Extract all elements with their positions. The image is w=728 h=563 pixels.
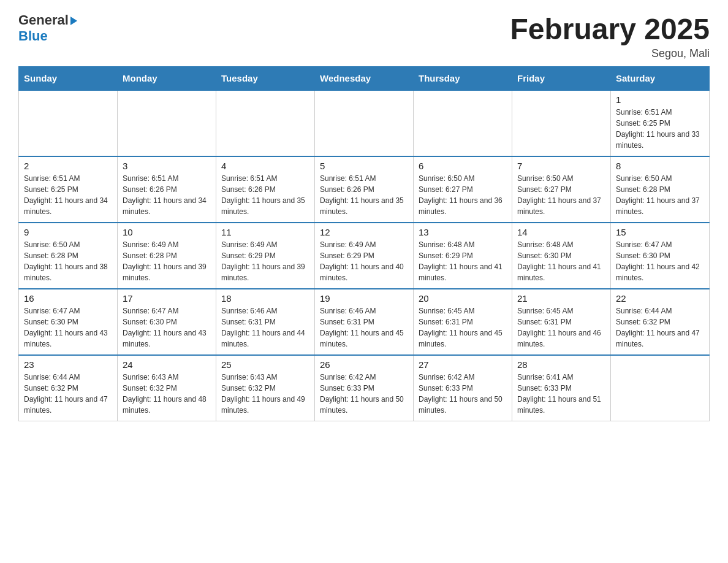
day-number: 12 <box>320 227 408 237</box>
calendar-cell <box>118 90 216 156</box>
day-info: Sunrise: 6:47 AM Sunset: 6:30 PM Dayligh… <box>123 305 211 350</box>
day-info: Sunrise: 6:44 AM Sunset: 6:32 PM Dayligh… <box>24 372 112 416</box>
calendar-cell: 15Sunrise: 6:47 AM Sunset: 6:30 PM Dayli… <box>611 223 710 289</box>
day-info: Sunrise: 6:46 AM Sunset: 6:31 PM Dayligh… <box>221 305 309 350</box>
day-info: Sunrise: 6:45 AM Sunset: 6:31 PM Dayligh… <box>419 305 507 350</box>
day-number: 2 <box>24 161 112 171</box>
day-info: Sunrise: 6:50 AM Sunset: 6:28 PM Dayligh… <box>616 173 704 217</box>
title-block: February 2025 Segou, Mali <box>510 12 710 60</box>
calendar-cell: 25Sunrise: 6:43 AM Sunset: 6:32 PM Dayli… <box>216 355 315 421</box>
calendar-cell: 26Sunrise: 6:42 AM Sunset: 6:33 PM Dayli… <box>315 355 414 421</box>
day-info: Sunrise: 6:51 AM Sunset: 6:25 PM Dayligh… <box>616 107 704 151</box>
calendar-cell <box>315 90 414 156</box>
logo-arrow-icon <box>70 17 77 25</box>
calendar-cell: 4Sunrise: 6:51 AM Sunset: 6:26 PM Daylig… <box>216 156 315 223</box>
calendar-cell: 22Sunrise: 6:44 AM Sunset: 6:32 PM Dayli… <box>611 289 710 355</box>
weekday-header-friday: Friday <box>512 67 611 91</box>
day-info: Sunrise: 6:43 AM Sunset: 6:32 PM Dayligh… <box>221 372 309 416</box>
calendar-cell: 27Sunrise: 6:42 AM Sunset: 6:33 PM Dayli… <box>414 355 512 421</box>
calendar-cell: 6Sunrise: 6:50 AM Sunset: 6:27 PM Daylig… <box>414 156 512 223</box>
day-number: 4 <box>221 161 309 171</box>
page-header: General Blue February 2025 Segou, Mali <box>18 12 710 60</box>
calendar-week-1: 1Sunrise: 6:51 AM Sunset: 6:25 PM Daylig… <box>19 90 710 156</box>
day-number: 13 <box>419 227 507 237</box>
day-number: 16 <box>24 293 112 304</box>
day-number: 20 <box>419 293 507 304</box>
day-info: Sunrise: 6:49 AM Sunset: 6:28 PM Dayligh… <box>123 239 211 283</box>
logo-general-text: General <box>18 12 69 28</box>
calendar-cell: 10Sunrise: 6:49 AM Sunset: 6:28 PM Dayli… <box>118 223 216 289</box>
calendar-week-3: 9Sunrise: 6:50 AM Sunset: 6:28 PM Daylig… <box>19 223 710 289</box>
day-number: 25 <box>221 359 309 370</box>
day-number: 18 <box>221 293 309 304</box>
calendar-cell <box>512 90 611 156</box>
calendar-cell <box>414 90 512 156</box>
calendar-week-4: 16Sunrise: 6:47 AM Sunset: 6:30 PM Dayli… <box>19 289 710 355</box>
calendar-week-5: 23Sunrise: 6:44 AM Sunset: 6:32 PM Dayli… <box>19 355 710 421</box>
day-number: 17 <box>123 293 211 304</box>
calendar-week-2: 2Sunrise: 6:51 AM Sunset: 6:25 PM Daylig… <box>19 156 710 223</box>
calendar-cell: 12Sunrise: 6:49 AM Sunset: 6:29 PM Dayli… <box>315 223 414 289</box>
calendar-cell: 1Sunrise: 6:51 AM Sunset: 6:25 PM Daylig… <box>611 90 710 156</box>
day-number: 21 <box>517 293 605 304</box>
day-number: 15 <box>616 227 704 237</box>
day-info: Sunrise: 6:46 AM Sunset: 6:31 PM Dayligh… <box>320 305 408 350</box>
weekday-header-monday: Monday <box>118 67 216 91</box>
day-number: 11 <box>221 227 309 237</box>
calendar-cell: 24Sunrise: 6:43 AM Sunset: 6:32 PM Dayli… <box>118 355 216 421</box>
calendar-cell: 14Sunrise: 6:48 AM Sunset: 6:30 PM Dayli… <box>512 223 611 289</box>
day-number: 22 <box>616 293 704 304</box>
calendar-cell: 21Sunrise: 6:45 AM Sunset: 6:31 PM Dayli… <box>512 289 611 355</box>
calendar-cell: 17Sunrise: 6:47 AM Sunset: 6:30 PM Dayli… <box>118 289 216 355</box>
day-info: Sunrise: 6:51 AM Sunset: 6:25 PM Dayligh… <box>24 173 112 217</box>
day-number: 27 <box>419 359 507 370</box>
day-info: Sunrise: 6:50 AM Sunset: 6:27 PM Dayligh… <box>517 173 605 217</box>
day-info: Sunrise: 6:48 AM Sunset: 6:30 PM Dayligh… <box>517 239 605 283</box>
calendar-cell: 8Sunrise: 6:50 AM Sunset: 6:28 PM Daylig… <box>611 156 710 223</box>
day-number: 5 <box>320 161 408 171</box>
day-info: Sunrise: 6:43 AM Sunset: 6:32 PM Dayligh… <box>123 372 211 416</box>
day-info: Sunrise: 6:44 AM Sunset: 6:32 PM Dayligh… <box>616 305 704 350</box>
location: Segou, Mali <box>510 47 710 60</box>
weekday-header-tuesday: Tuesday <box>216 67 315 91</box>
calendar-cell: 11Sunrise: 6:49 AM Sunset: 6:29 PM Dayli… <box>216 223 315 289</box>
calendar-cell <box>19 90 118 156</box>
calendar-cell: 18Sunrise: 6:46 AM Sunset: 6:31 PM Dayli… <box>216 289 315 355</box>
calendar-cell: 3Sunrise: 6:51 AM Sunset: 6:26 PM Daylig… <box>118 156 216 223</box>
calendar-cell: 20Sunrise: 6:45 AM Sunset: 6:31 PM Dayli… <box>414 289 512 355</box>
calendar-cell: 9Sunrise: 6:50 AM Sunset: 6:28 PM Daylig… <box>19 223 118 289</box>
calendar-cell: 2Sunrise: 6:51 AM Sunset: 6:25 PM Daylig… <box>19 156 118 223</box>
day-number: 19 <box>320 293 408 304</box>
calendar-cell <box>611 355 710 421</box>
calendar-cell: 13Sunrise: 6:48 AM Sunset: 6:29 PM Dayli… <box>414 223 512 289</box>
day-info: Sunrise: 6:47 AM Sunset: 6:30 PM Dayligh… <box>616 239 704 283</box>
day-number: 23 <box>24 359 112 370</box>
calendar-cell: 19Sunrise: 6:46 AM Sunset: 6:31 PM Dayli… <box>315 289 414 355</box>
day-info: Sunrise: 6:42 AM Sunset: 6:33 PM Dayligh… <box>419 372 507 416</box>
month-title: February 2025 <box>510 12 710 46</box>
day-info: Sunrise: 6:49 AM Sunset: 6:29 PM Dayligh… <box>320 239 408 283</box>
weekday-header-wednesday: Wednesday <box>315 67 414 91</box>
calendar-table: SundayMondayTuesdayWednesdayThursdayFrid… <box>18 66 710 421</box>
day-info: Sunrise: 6:48 AM Sunset: 6:29 PM Dayligh… <box>419 239 507 283</box>
weekday-header-saturday: Saturday <box>611 67 710 91</box>
day-info: Sunrise: 6:49 AM Sunset: 6:29 PM Dayligh… <box>221 239 309 283</box>
day-number: 26 <box>320 359 408 370</box>
day-number: 7 <box>517 161 605 171</box>
calendar-cell: 23Sunrise: 6:44 AM Sunset: 6:32 PM Dayli… <box>19 355 118 421</box>
day-info: Sunrise: 6:51 AM Sunset: 6:26 PM Dayligh… <box>123 173 211 217</box>
day-number: 3 <box>123 161 211 171</box>
day-info: Sunrise: 6:47 AM Sunset: 6:30 PM Dayligh… <box>24 305 112 350</box>
weekday-header-thursday: Thursday <box>414 67 512 91</box>
day-number: 1 <box>616 94 704 105</box>
day-info: Sunrise: 6:51 AM Sunset: 6:26 PM Dayligh… <box>320 173 408 217</box>
day-number: 6 <box>419 161 507 171</box>
day-info: Sunrise: 6:41 AM Sunset: 6:33 PM Dayligh… <box>517 372 605 416</box>
day-info: Sunrise: 6:50 AM Sunset: 6:27 PM Dayligh… <box>419 173 507 217</box>
calendar-cell: 16Sunrise: 6:47 AM Sunset: 6:30 PM Dayli… <box>19 289 118 355</box>
calendar-cell: 28Sunrise: 6:41 AM Sunset: 6:33 PM Dayli… <box>512 355 611 421</box>
day-number: 8 <box>616 161 704 171</box>
day-number: 14 <box>517 227 605 237</box>
calendar-cell <box>216 90 315 156</box>
logo-blue-text: Blue <box>18 28 48 44</box>
